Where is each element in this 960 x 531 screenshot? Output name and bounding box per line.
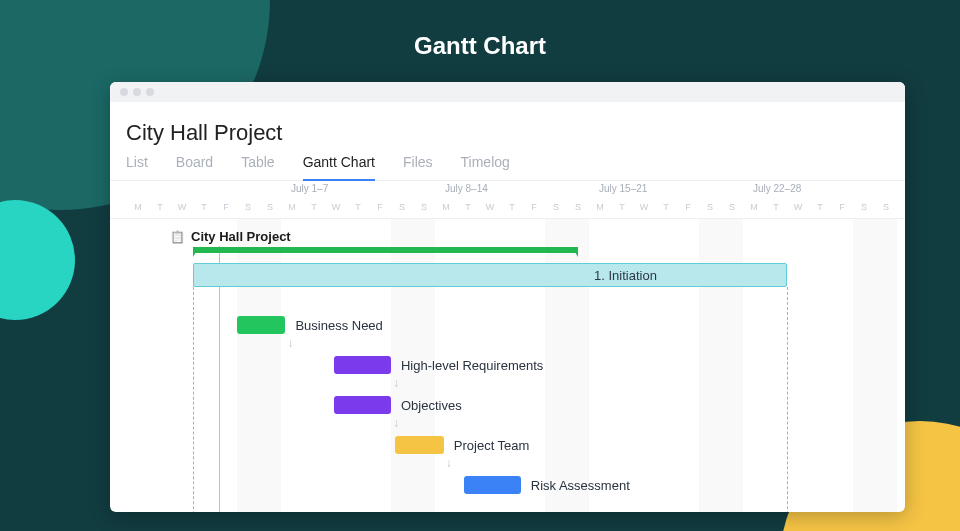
day-header: F [677,202,699,212]
dependency-arrow-icon: ↓ [391,416,401,430]
tab-files[interactable]: Files [403,154,433,180]
phase-boundary-line [787,287,788,512]
task-bar[interactable] [237,316,285,334]
day-header: T [809,202,831,212]
phase-label: 1. Initiation [594,268,657,283]
task-label: Project Team [454,438,530,453]
task-bar[interactable] [464,476,521,494]
task-label: Objectives [401,398,462,413]
task-row: Project Team [395,434,529,456]
day-header: M [743,202,765,212]
day-header: T [303,202,325,212]
phase-bar[interactable]: 1. Initiation [193,263,787,287]
day-header: T [765,202,787,212]
project-title: City Hall Project [110,102,905,154]
day-header: S [413,202,435,212]
task-row: High-level Requirements [334,354,544,376]
day-header: F [215,202,237,212]
day-header: S [391,202,413,212]
week-label: July 8–14 [445,183,488,194]
task-label: High-level Requirements [401,358,543,373]
day-header: S [699,202,721,212]
day-header: F [369,202,391,212]
dependency-arrow-icon: ↓ [444,456,454,470]
day-header: T [611,202,633,212]
day-header: T [655,202,677,212]
day-header: W [787,202,809,212]
task-label: Business Need [295,318,382,333]
day-header: T [193,202,215,212]
summary-title: City Hall Project [191,229,291,244]
dependency-arrow-icon: ↓ [285,336,295,350]
dependency-arrow-icon: ↓ [391,376,401,390]
day-header: F [831,202,853,212]
week-label: July 1–7 [291,183,328,194]
tab-table[interactable]: Table [241,154,274,180]
day-header: S [237,202,259,212]
tab-bar: ListBoardTableGantt ChartFilesTimelog [110,154,905,181]
day-header: T [457,202,479,212]
day-header: W [325,202,347,212]
day-header: T [501,202,523,212]
task-row: Objectives [334,394,462,416]
day-header: M [589,202,611,212]
phase-boundary-line [193,287,194,512]
day-header: S [875,202,897,212]
day-header: W [633,202,655,212]
task-bar[interactable] [334,396,391,414]
window-titlebar [110,82,905,102]
task-row: Business Need [237,314,383,336]
day-header: S [259,202,281,212]
week-label: July 22–28 [753,183,801,194]
window-control-dot [133,88,141,96]
task-label: Risk Assessment [531,478,630,493]
day-header: S [853,202,875,212]
day-header: M [435,202,457,212]
day-header: S [567,202,589,212]
timeline-header: July 1–7July 8–14July 15–21July 22–28 MT… [110,181,905,219]
weekend-column [853,219,875,512]
summary-bar[interactable] [193,247,578,253]
gantt-body[interactable]: › City Hall Project1. InitiationBusiness… [110,219,905,512]
clipboard-icon [170,229,185,244]
week-label: July 15–21 [599,183,647,194]
day-header: M [281,202,303,212]
window-control-dot [120,88,128,96]
app-window: City Hall Project ListBoardTableGantt Ch… [110,82,905,512]
tab-board[interactable]: Board [176,154,213,180]
task-bar[interactable] [334,356,391,374]
day-header: M [127,202,149,212]
day-header: S [721,202,743,212]
day-header: T [347,202,369,212]
day-header: S [545,202,567,212]
tab-list[interactable]: List [126,154,148,180]
window-control-dot [146,88,154,96]
task-bar[interactable] [395,436,443,454]
day-header: W [171,202,193,212]
day-header: F [523,202,545,212]
tab-gantt-chart[interactable]: Gantt Chart [303,154,375,180]
weekend-column [875,219,897,512]
tab-timelog[interactable]: Timelog [461,154,510,180]
task-row: Risk Assessment [464,474,630,496]
day-header: W [479,202,501,212]
summary-row: City Hall Project [170,229,291,244]
bg-decor-circle-teal [0,200,75,320]
page-heading: Gantt Chart [0,32,960,60]
day-header: T [149,202,171,212]
